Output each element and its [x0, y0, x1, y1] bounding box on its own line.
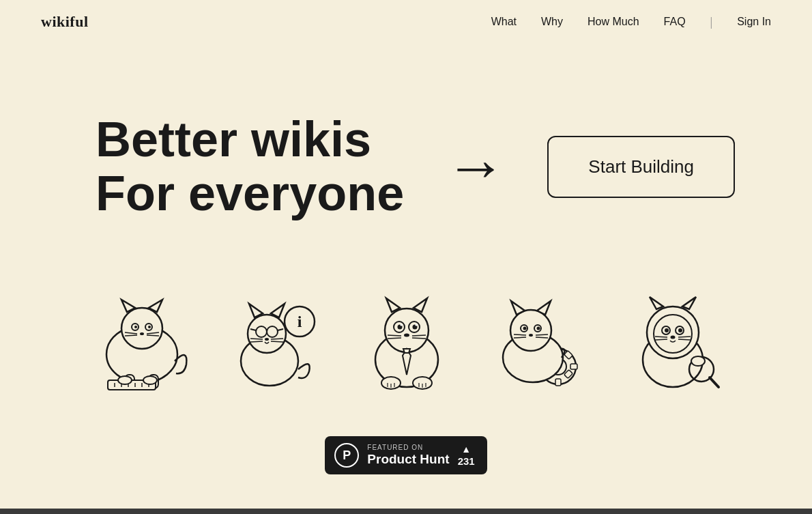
svg-point-49	[415, 324, 417, 326]
svg-point-82	[536, 327, 540, 330]
cat-tie	[343, 289, 469, 395]
svg-point-23	[143, 376, 157, 384]
badge-area: P FEATURED ON Product Hunt ▲ 231	[0, 423, 812, 509]
svg-line-99	[655, 339, 667, 340]
ph-product-name: Product Hunt	[367, 452, 449, 467]
svg-line-98	[655, 337, 667, 337]
hero-section: Better wikis For everyone → Start Buildi…	[0, 44, 812, 276]
svg-line-87	[536, 337, 548, 338]
svg-line-52	[388, 338, 401, 339]
nav-how-much[interactable]: How Much	[588, 16, 639, 27]
nav-what[interactable]: What	[491, 16, 517, 27]
svg-line-54	[412, 338, 426, 339]
svg-line-35	[250, 341, 263, 342]
svg-line-12	[147, 335, 159, 336]
nav-why[interactable]: Why	[541, 16, 563, 27]
svg-point-7	[148, 326, 151, 328]
nav-signin[interactable]: Sign In	[737, 16, 771, 27]
svg-rect-68	[555, 379, 561, 386]
ph-vote-count: 231	[458, 455, 475, 467]
svg-point-41	[385, 309, 429, 352]
svg-line-86	[536, 334, 548, 335]
footer-bar: R Revain	[0, 509, 812, 514]
svg-point-76	[510, 310, 551, 351]
svg-point-104	[691, 356, 705, 366]
ph-upvote-arrow: ▲	[461, 444, 471, 454]
svg-line-34	[250, 339, 263, 339]
svg-text:i: i	[297, 313, 302, 330]
svg-line-101	[678, 339, 691, 340]
svg-line-10	[125, 335, 137, 336]
svg-marker-92	[682, 297, 696, 309]
svg-line-51	[388, 335, 401, 336]
svg-point-1	[121, 308, 162, 349]
svg-point-6	[134, 326, 137, 328]
cat-settings	[476, 289, 603, 395]
svg-line-36	[271, 339, 283, 339]
svg-point-22	[118, 376, 132, 384]
cats-row: i	[0, 276, 812, 423]
svg-point-8	[140, 332, 144, 335]
start-building-button[interactable]: Start Building	[547, 136, 735, 198]
svg-point-83	[529, 334, 533, 337]
ph-featured-label: FEATURED ON	[367, 444, 449, 451]
product-hunt-badge[interactable]: P FEATURED ON Product Hunt ▲ 231	[325, 436, 487, 474]
svg-line-85	[514, 337, 526, 338]
cta-area: Start Building	[547, 136, 735, 198]
hero-text: Better wikis For everyone	[96, 113, 404, 220]
navbar: wikiful What Why How Much FAQ | Sign In	[0, 0, 812, 44]
svg-line-100	[678, 337, 691, 337]
svg-marker-91	[650, 297, 663, 309]
svg-line-84	[514, 334, 526, 335]
svg-line-53	[412, 335, 426, 336]
ph-votes-block: ▲ 231	[458, 444, 475, 467]
svg-point-97	[670, 336, 675, 339]
cat-magnify	[609, 289, 736, 395]
nav-faq[interactable]: FAQ	[664, 16, 686, 27]
logo[interactable]: wikiful	[41, 13, 89, 31]
svg-marker-56	[403, 349, 410, 353]
hero-headline: Better wikis For everyone	[96, 113, 404, 220]
svg-point-95	[665, 328, 669, 332]
svg-point-81	[523, 327, 526, 330]
ph-text-block: FEATURED ON Product Hunt	[367, 444, 449, 467]
ph-p-icon: P	[334, 443, 359, 468]
svg-point-96	[678, 328, 682, 332]
cat-info: i	[210, 289, 336, 395]
nav-divider: |	[710, 15, 713, 29]
svg-line-103	[710, 377, 719, 387]
svg-point-50	[404, 334, 409, 337]
svg-point-33	[265, 338, 269, 341]
arrow-icon: →	[445, 136, 506, 197]
svg-rect-70	[570, 364, 577, 369]
svg-point-48	[400, 324, 402, 326]
svg-line-37	[271, 341, 283, 342]
cat-keyboard	[77, 289, 203, 395]
